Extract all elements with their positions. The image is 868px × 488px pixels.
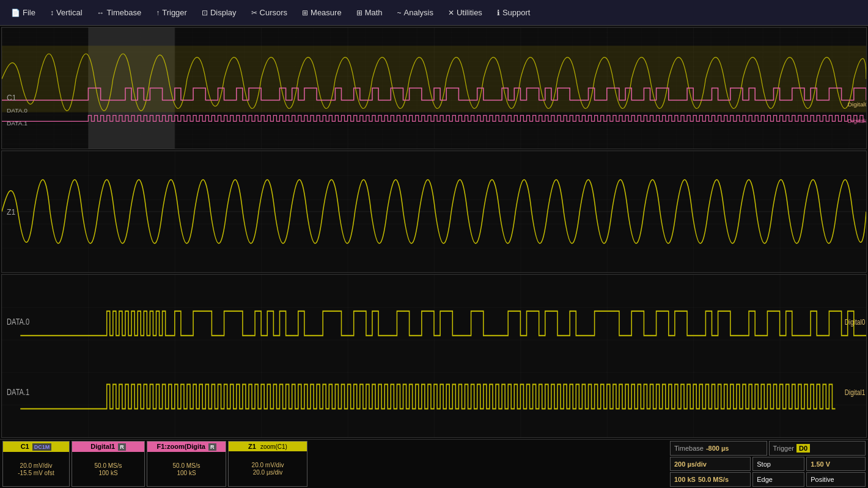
zoom-svg: Z1 (2, 151, 866, 272)
cursors-icon: ✂ (251, 9, 257, 17)
svg-text:Z1: Z1 (7, 208, 15, 216)
trigger-value-badge: D0 (796, 444, 810, 453)
c1-status-block: C1 DC1M 20.0 mV/div -15.5 mV ofst (2, 441, 70, 487)
trigger-marker-digital (111, 437, 119, 438)
f1zoom-status-block: F1:zoom(Digita R 50.0 MS/s 100 kS (147, 441, 226, 487)
z1-status-block: Z1 zoom(C1) 20.0 mV/div 20.0 µs/div (228, 441, 307, 487)
analysis-icon: ~ (397, 9, 402, 17)
menu-trigger[interactable]: ↑ Trigger (150, 6, 193, 20)
trigger-voltage-block: 1.50 V (806, 457, 866, 471)
menu-file[interactable]: 📄 File (5, 6, 42, 20)
utilities-icon: ✕ (448, 9, 454, 17)
digital-panel: DATA.0 Digital0 DATA.1 Digital1 (1, 274, 867, 438)
overview-svg: C1 DATA.0 DATA.1 Digital0 Digital1 (2, 28, 866, 149)
trigger-marker-overview (111, 149, 119, 149)
c1-header: C1 DC1M (3, 442, 69, 452)
svg-text:DATA.0: DATA.0 (7, 317, 29, 327)
main-area: C1 DATA.0 DATA.1 Digital0 Digital1 Z1 (0, 26, 868, 439)
menu-bar: 📄 File ↕ Vertical ↔ Timebase ↑ Trigger ⊡… (0, 0, 868, 26)
svg-text:Digital1: Digital1 (845, 387, 866, 397)
menu-measure[interactable]: ⊞ Measure (296, 6, 348, 20)
timebase-div-block: 200 µs/div (670, 457, 751, 471)
support-icon: ℹ (497, 9, 500, 17)
digital1-body: 50.0 MS/s 100 kS (72, 452, 144, 486)
zoom-panel: Z1 (1, 150, 867, 273)
z1-header: Z1 zoom(C1) (229, 442, 307, 451)
svg-text:DATA.1: DATA.1 (7, 120, 28, 127)
menu-support[interactable]: ℹ Support (491, 6, 537, 20)
f1zoom-body: 50.0 MS/s 100 kS (147, 452, 226, 486)
samples-block: 100 kS 50.0 MS/s (670, 472, 751, 487)
timebase-block: Timebase -800 µs (670, 441, 767, 456)
c1-body: 20.0 mV/div -15.5 mV ofst (3, 452, 69, 486)
trigger-type-block: Edge (752, 472, 804, 487)
dc1m-tag: DC1M (32, 443, 52, 451)
svg-rect-15 (2, 275, 866, 437)
status-right-top: Timebase -800 µs Trigger D0 (670, 441, 866, 456)
status-right-extra: 100 kS 50.0 MS/s Edge Positive (670, 472, 866, 487)
svg-text:C1: C1 (7, 94, 17, 102)
trigger-slope-block: Positive (806, 472, 866, 487)
digital1-r-tag: R (118, 443, 126, 451)
status-right-bottom: 200 µs/div Stop 1.50 V (670, 457, 866, 471)
svg-text:DATA.1: DATA.1 (7, 386, 29, 397)
display-icon: ⊡ (202, 9, 208, 17)
status-bar: C1 DC1M 20.0 mV/div -15.5 mV ofst Digita… (0, 439, 868, 488)
digital-svg: DATA.0 Digital0 DATA.1 Digital1 (2, 275, 866, 437)
f1zoom-r-tag: R (208, 443, 216, 451)
menu-timebase[interactable]: ↔ Timebase (91, 6, 148, 20)
trigger-block: Trigger D0 (769, 441, 866, 456)
file-icon: 📄 (11, 9, 20, 17)
svg-text:Digital1: Digital1 (848, 118, 866, 125)
vertical-icon: ↕ (50, 9, 54, 17)
menu-display[interactable]: ⊡ Display (196, 6, 243, 20)
menu-math[interactable]: ⊞ Math (350, 6, 389, 20)
trigger-marker-zoom (111, 272, 119, 273)
menu-analysis[interactable]: ~ Analysis (391, 6, 440, 20)
menu-vertical[interactable]: ↕ Vertical (44, 6, 89, 20)
digital1-status-block: Digital1 R 50.0 MS/s 100 kS (72, 441, 145, 487)
overview-panel: C1 DATA.0 DATA.1 Digital0 Digital1 (1, 27, 867, 149)
f1zoom-header: F1:zoom(Digita R (147, 442, 226, 452)
menu-utilities[interactable]: ✕ Utilities (442, 6, 488, 20)
trigger-mode-block: Stop (752, 457, 804, 471)
math-icon: ⊞ (356, 9, 362, 17)
svg-text:Digital0: Digital0 (848, 101, 866, 108)
z1-body: 20.0 mV/div 20.0 µs/div (229, 451, 307, 486)
digital1-header: Digital1 R (72, 442, 144, 452)
svg-text:DATA.0: DATA.0 (7, 107, 28, 114)
measure-icon: ⊞ (302, 9, 308, 17)
status-right: Timebase -800 µs Trigger D0 200 µs/div S… (670, 441, 866, 487)
trigger-icon: ↑ (156, 9, 160, 17)
menu-cursors[interactable]: ✂ Cursors (245, 6, 294, 20)
timebase-icon: ↔ (97, 9, 105, 17)
